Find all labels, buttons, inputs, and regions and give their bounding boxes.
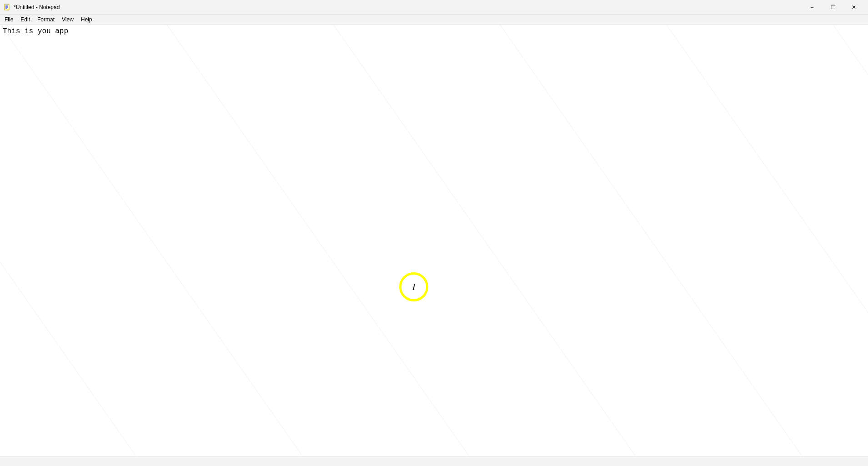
menu-file[interactable]: File xyxy=(1,15,17,25)
close-button[interactable]: ✕ xyxy=(843,0,864,15)
menu-format[interactable]: Format xyxy=(34,15,58,25)
svg-rect-1 xyxy=(5,4,8,5)
text-editor[interactable]: This is you app xyxy=(0,25,868,456)
window-title: *Untitled - Notepad xyxy=(14,4,60,10)
menu-bar: File Edit Format View Help xyxy=(0,15,868,25)
menu-view[interactable]: View xyxy=(58,15,77,25)
title-bar: *Untitled - Notepad − ❐ ✕ xyxy=(0,0,868,15)
menu-help[interactable]: Help xyxy=(77,15,96,25)
minimize-button[interactable]: − xyxy=(802,0,823,15)
notepad-app-icon xyxy=(4,4,11,11)
menu-edit[interactable]: Edit xyxy=(17,15,34,25)
editor-container: This is you app I xyxy=(0,25,868,456)
status-bar xyxy=(0,456,868,466)
title-bar-left: *Untitled - Notepad xyxy=(4,4,60,11)
title-bar-controls: − ❐ ✕ xyxy=(802,0,864,15)
restore-button[interactable]: ❐ xyxy=(823,0,843,15)
